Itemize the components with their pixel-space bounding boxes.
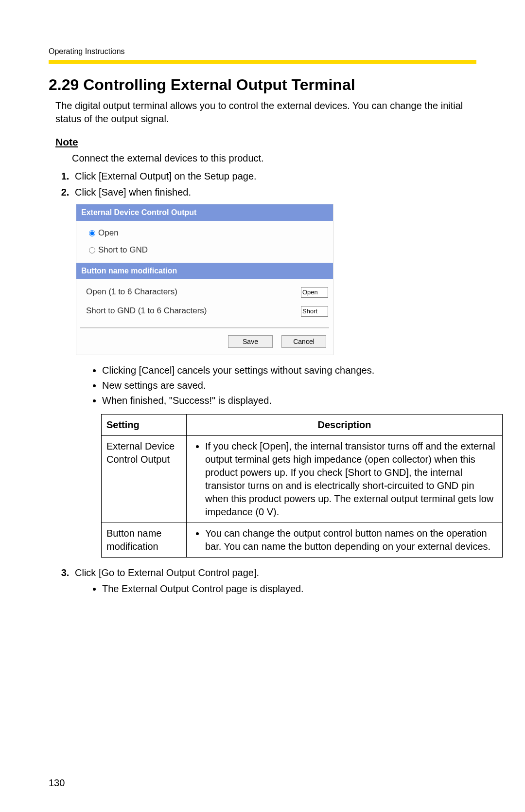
bullet-page-displayed: The External Output Control page is disp… [102,582,476,595]
step-2: Click [Save] when finished. External Dev… [72,186,476,558]
dialog-header-button-name: Button name modification [76,263,333,279]
radio-open-row[interactable]: Open [89,225,328,242]
radio-short-label: Short to GND [98,245,148,256]
step-3: Click [Go to External Output Control pag… [72,566,476,595]
cell-desc-1-text: If you check [Open], the internal transi… [205,440,497,519]
running-header: Operating Instructions [49,46,476,57]
intro-paragraph: The digital output terminal allows you t… [55,99,476,126]
cell-setting-1: External Device Control Output [102,436,187,523]
radio-open[interactable] [89,230,95,236]
cancel-button[interactable]: Cancel [281,335,326,348]
table-row: External Device Control Output If you ch… [102,436,503,523]
save-button[interactable]: Save [228,335,273,348]
section-title: 2.29 Controlling External Output Termina… [49,74,476,95]
cell-desc-2: You can change the output control button… [187,523,503,558]
field-open-label: Open (1 to 6 Characters) [86,287,301,298]
settings-table: Setting Description External Device Cont… [101,414,503,558]
cell-setting-2: Button name modification [102,523,187,558]
step-1: Click [External Output] on the Setup pag… [72,170,476,183]
table-row: Button name modification You can change … [102,523,503,558]
page-number: 130 [49,776,65,790]
field-open-input[interactable] [301,287,328,298]
step-2-text: Click [Save] when finished. [75,187,191,198]
th-description: Description [187,415,503,436]
cell-desc-1: If you check [Open], the internal transi… [187,436,503,523]
radio-short-row[interactable]: Short to GND [89,242,328,259]
step-list: Click [External Output] on the Setup pag… [55,170,476,595]
dialog-body-button-name: Open (1 to 6 Characters) Short to GND (1… [76,279,333,325]
bullet-cancel: Clicking [Cancel] cancels your settings … [102,364,476,377]
settings-dialog: External Device Control Output Open Shor… [76,204,333,355]
field-row-short: Short to GND (1 to 6 Characters) [83,302,328,321]
bullet-saved: New settings are saved. [102,379,476,392]
cell-desc-2-text: You can change the output control button… [205,527,497,553]
dialog-header-output: External Device Control Output [76,204,333,221]
field-short-label: Short to GND (1 to 6 Characters) [86,306,301,317]
note-heading: Note [55,135,476,149]
step-1-text: Click [External Output] on the Setup pag… [75,171,257,181]
divider-accent [49,60,476,64]
dialog-body-output: Open Short to GND [76,221,333,263]
note-text: Connect the external devices to this pro… [72,152,476,165]
page: Operating Instructions 2.29 Controlling … [0,0,525,812]
field-short-input[interactable] [301,306,328,317]
th-setting: Setting [102,415,187,436]
post-dialog-bullets: Clicking [Cancel] cancels your settings … [75,364,476,407]
field-row-open: Open (1 to 6 Characters) [83,283,328,302]
step-3-text: Click [Go to External Output Control pag… [75,567,259,578]
dialog-actions: Save Cancel [76,328,333,355]
radio-open-label: Open [98,228,119,239]
radio-short[interactable] [89,247,95,253]
post-step3-bullets: The External Output Control page is disp… [75,582,476,595]
bullet-success: When finished, "Success!" is displayed. [102,394,476,407]
